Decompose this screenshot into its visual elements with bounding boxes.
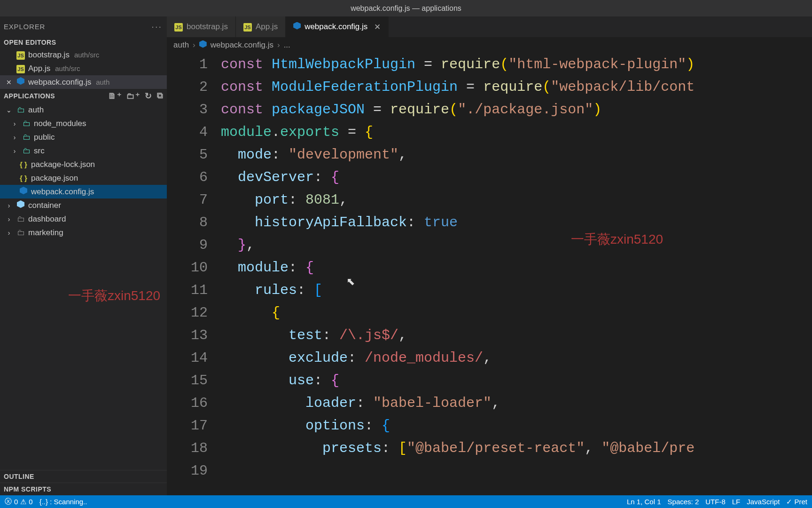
- close-icon[interactable]: ✕: [374, 22, 381, 32]
- tree-item-name: node_modules: [34, 119, 86, 128]
- webpack-icon: [16, 200, 25, 210]
- tree-file[interactable]: webpack.config.js: [0, 185, 167, 198]
- js-icon: JS: [16, 64, 25, 73]
- editor-tabs: JS bootstrap.js JS App.js webpack.config…: [167, 16, 812, 37]
- tree-item-name: public: [34, 133, 55, 142]
- status-bar: ⓧ 0 ⚠ 0 {..} : Scanning.. Ln 1, Col 1 Sp…: [0, 495, 812, 508]
- new-folder-icon[interactable]: 🗀⁺: [126, 91, 140, 101]
- explorer-title: EXPLORER: [4, 23, 45, 31]
- refresh-icon[interactable]: ↻: [145, 91, 152, 101]
- status-eol[interactable]: LF: [732, 498, 741, 506]
- open-editor-meta: auth: [96, 78, 109, 86]
- open-editor-item[interactable]: ✕ webpack.config.js auth: [0, 75, 167, 89]
- open-editor-item[interactable]: JS bootstrap.js auth/src: [0, 48, 167, 62]
- status-ln-col[interactable]: Ln 1, Col 1: [627, 498, 661, 506]
- js-icon: JS: [243, 22, 252, 32]
- new-file-icon[interactable]: 🗎⁺: [108, 91, 122, 101]
- breadcrumb-segment[interactable]: auth: [173, 40, 189, 50]
- chevron-right-icon: ›: [277, 40, 280, 50]
- tree-folder[interactable]: › 🗀 src: [0, 144, 167, 158]
- js-icon: JS: [16, 50, 25, 60]
- outline-section[interactable]: OUTLINE: [0, 470, 167, 483]
- open-editor-meta: auth/src: [55, 64, 80, 72]
- tree-item-name: container: [28, 201, 61, 210]
- collapse-icon[interactable]: ⧉: [157, 91, 164, 101]
- code-content[interactable]: const HtmlWebpackPlugin = require("html-…: [221, 53, 812, 495]
- tree-folder[interactable]: › 🗀 dashboard: [0, 212, 167, 226]
- open-editor-name: bootstrap.js: [28, 50, 70, 60]
- tree-file[interactable]: { } package-lock.json: [0, 158, 167, 171]
- applications-section[interactable]: APPLICATIONS 🗎⁺ 🗀⁺ ↻ ⧉: [0, 89, 167, 103]
- outline-label: OUTLINE: [4, 473, 34, 480]
- open-editors-label: OPEN EDITORS: [4, 39, 56, 46]
- warning-icon: ⚠: [20, 498, 26, 506]
- webpack-icon: [19, 187, 28, 197]
- section-actions: 🗎⁺ 🗀⁺ ↻ ⧉: [108, 91, 163, 101]
- npm-scripts-label: NPM SCRIPTS: [4, 485, 51, 493]
- status-spaces[interactable]: Spaces: 2: [668, 498, 699, 506]
- folder-icon: 🗀: [16, 214, 25, 224]
- explorer-header: EXPLORER ···: [0, 16, 167, 37]
- chevron-right-icon: ›: [5, 215, 13, 223]
- json-icon: { }: [19, 160, 28, 169]
- tree-folder[interactable]: › container: [0, 198, 167, 212]
- folder-icon: 🗀: [22, 133, 31, 142]
- chevron-right-icon: ›: [5, 229, 13, 237]
- status-prettier[interactable]: ✓ Pret: [786, 498, 807, 506]
- tree-item-name: package-lock.json: [31, 160, 95, 169]
- folder-icon: 🗀: [16, 228, 25, 238]
- open-editor-name: webpack.config.js: [28, 78, 91, 87]
- breadcrumb[interactable]: auth › webpack.config.js › ...: [167, 37, 812, 53]
- explorer-panel: EXPLORER ··· OPEN EDITORS JS bootstrap.j…: [0, 16, 167, 495]
- open-editors-section[interactable]: OPEN EDITORS: [0, 37, 167, 48]
- error-icon: ⓧ: [5, 497, 12, 506]
- tree-folder-auth[interactable]: ⌄ 🗀 auth: [0, 103, 167, 117]
- tree-item-name: webpack.config.js: [31, 187, 94, 197]
- window-titlebar: webpack.config.js — applications: [0, 0, 812, 16]
- tab-app[interactable]: JS App.js: [236, 16, 286, 37]
- status-scanning[interactable]: {..} : Scanning..: [39, 498, 87, 506]
- status-encoding[interactable]: UTF-8: [705, 498, 726, 506]
- close-icon[interactable]: ✕: [5, 79, 13, 86]
- webpack-icon: [199, 40, 207, 50]
- editor-area: JS bootstrap.js JS App.js webpack.config…: [167, 16, 812, 495]
- status-errors[interactable]: ⓧ 0 ⚠ 0: [5, 497, 33, 506]
- js-icon: JS: [174, 22, 183, 32]
- tab-label: bootstrap.js: [187, 22, 228, 32]
- breadcrumb-segment[interactable]: ...: [284, 40, 290, 50]
- breadcrumb-segment[interactable]: webpack.config.js: [211, 40, 273, 50]
- line-number-gutter: 12345678910111213141516171819: [167, 53, 221, 495]
- folder-icon: 🗀: [22, 146, 31, 156]
- tree-folder[interactable]: › 🗀 marketing: [0, 226, 167, 239]
- tree-item-name: dashboard: [28, 214, 66, 224]
- open-editor-name: App.js: [28, 64, 50, 73]
- tab-webpack-config[interactable]: webpack.config.js ✕: [286, 16, 389, 37]
- tree-folder[interactable]: › 🗀 public: [0, 130, 167, 144]
- webpack-icon: [293, 22, 301, 32]
- chevron-right-icon: ›: [5, 202, 13, 209]
- tree-folder-name: auth: [28, 105, 44, 115]
- chevron-down-icon: ⌄: [5, 106, 13, 114]
- status-language[interactable]: JavaScript: [747, 498, 780, 506]
- chevron-right-icon: ›: [10, 120, 19, 127]
- tree-folder[interactable]: › 🗀 node_modules: [0, 117, 167, 130]
- applications-label: APPLICATIONS: [4, 92, 55, 100]
- tab-bootstrap[interactable]: JS bootstrap.js: [167, 16, 236, 37]
- chevron-right-icon: ›: [10, 147, 19, 155]
- chevron-right-icon: ›: [193, 40, 195, 50]
- tab-label: App.js: [256, 22, 278, 32]
- npm-scripts-section[interactable]: NPM SCRIPTS: [0, 483, 167, 495]
- tab-label: webpack.config.js: [304, 22, 367, 32]
- status-errors-count: 0: [14, 498, 18, 506]
- webpack-icon: [16, 77, 25, 87]
- folder-icon: 🗀: [16, 105, 25, 115]
- chevron-right-icon: ›: [10, 134, 19, 141]
- tree-file[interactable]: { } package.json: [0, 171, 167, 185]
- tree-item-name: marketing: [28, 228, 63, 238]
- tree-item-name: src: [34, 146, 45, 156]
- code-editor[interactable]: 12345678910111213141516171819 const Html…: [167, 53, 812, 495]
- main-layout: EXPLORER ··· OPEN EDITORS JS bootstrap.j…: [0, 16, 812, 495]
- tree-item-name: package.json: [31, 174, 78, 183]
- explorer-more-icon[interactable]: ···: [151, 21, 162, 32]
- open-editor-item[interactable]: JS App.js auth/src: [0, 62, 167, 75]
